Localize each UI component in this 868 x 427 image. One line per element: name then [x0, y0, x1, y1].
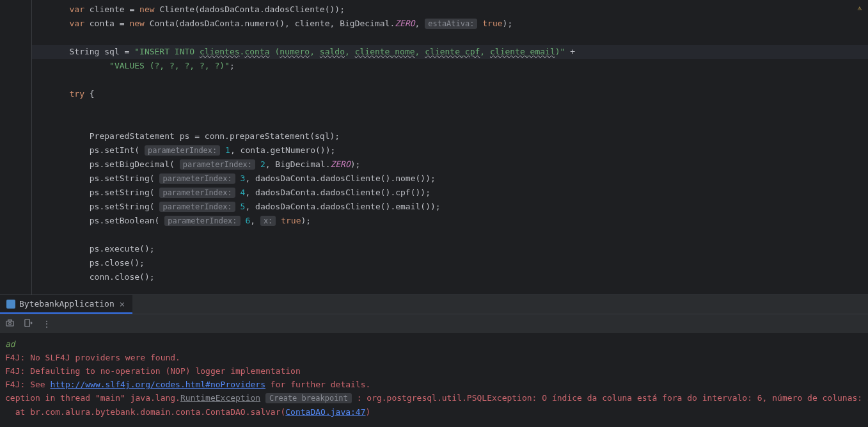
code-line[interactable]: ps.close(); [32, 256, 868, 270]
console-line: ad [5, 337, 863, 351]
code-line-highlighted[interactable]: String sql = "INSERT INTO clientes.conta… [32, 45, 868, 59]
svg-point-2 [9, 322, 12, 325]
code-line[interactable] [32, 228, 868, 242]
slf4j-link[interactable]: http://www.slf4j.org/codes.html#noProvid… [50, 380, 265, 389]
console-line: F4J: See http://www.slf4j.org/codes.html… [5, 378, 863, 391]
code-line[interactable] [32, 115, 868, 129]
code-line[interactable]: ps.setString( parameterIndex: 5, dadosDa… [32, 200, 868, 214]
code-content[interactable]: ⚠ var cliente = new Cliente(dadosDaConta… [32, 0, 868, 294]
code-line[interactable]: var conta = new Conta(dadosDaConta.numer… [32, 17, 868, 31]
code-line[interactable]: PreparedStatement ps = conn.prepareState… [32, 129, 868, 143]
warning-icon[interactable]: ⚠ [857, 1, 862, 15]
code-line[interactable]: ps.setBigDecimal( parameterIndex: 2, Big… [32, 157, 868, 172]
console-panel: BytebankApplication × ⋮ ad F4J: No SLF4J… [0, 294, 868, 427]
console-line: F4J: Defaulting to no-operation (NOP) lo… [5, 364, 863, 378]
more-icon[interactable]: ⋮ [42, 319, 51, 329]
tab-label: BytebankApplication [19, 299, 114, 309]
screenshot-icon[interactable] [5, 318, 15, 330]
svg-rect-1 [8, 319, 12, 321]
code-line[interactable]: "VALUES (?, ?, ?, ?, ?)"; [32, 59, 868, 73]
code-line[interactable]: ps.setString( parameterIndex: 3, dadosDa… [32, 172, 868, 186]
console-line: ception in thread "main" java.lang.Runti… [5, 391, 863, 405]
editor-gutter[interactable] [0, 0, 32, 294]
code-line[interactable]: ps.execute(); [32, 242, 868, 256]
code-line[interactable] [32, 31, 868, 45]
console-line: at br.com.alura.bytebank.domain.conta.Co… [5, 405, 863, 419]
code-line[interactable] [32, 73, 868, 87]
code-line[interactable] [32, 101, 868, 115]
run-tab[interactable]: BytebankApplication × [0, 295, 132, 314]
code-line[interactable]: var cliente = new Cliente(dadosDaConta.d… [32, 3, 868, 17]
code-line[interactable]: conn.close(); [32, 270, 868, 284]
code-line[interactable]: ps.setBoolean( parameterIndex: 6, x: tru… [32, 214, 868, 228]
console-tab-bar: BytebankApplication × [0, 295, 868, 314]
code-line[interactable]: ps.setString( parameterIndex: 4, dadosDa… [32, 186, 868, 200]
svg-rect-0 [6, 321, 13, 326]
exit-icon[interactable] [24, 318, 33, 330]
console-line: F4J: No SLF4J providers were found. [5, 351, 863, 364]
svg-rect-3 [25, 319, 30, 326]
console-toolbar: ⋮ [0, 314, 868, 334]
console-output[interactable]: ad F4J: No SLF4J providers were found. F… [0, 334, 868, 423]
source-link[interactable]: ContaDAO.java:47 [285, 407, 365, 417]
code-line[interactable]: ps.setInt( parameterIndex: 1, conta.getN… [32, 143, 868, 157]
close-icon[interactable]: × [118, 299, 126, 309]
code-line[interactable]: try { [32, 87, 868, 101]
run-config-icon [6, 300, 15, 309]
code-editor[interactable]: ⚠ var cliente = new Cliente(dadosDaConta… [0, 0, 868, 294]
create-breakpoint-button[interactable]: Create breakpoint [265, 393, 352, 403]
